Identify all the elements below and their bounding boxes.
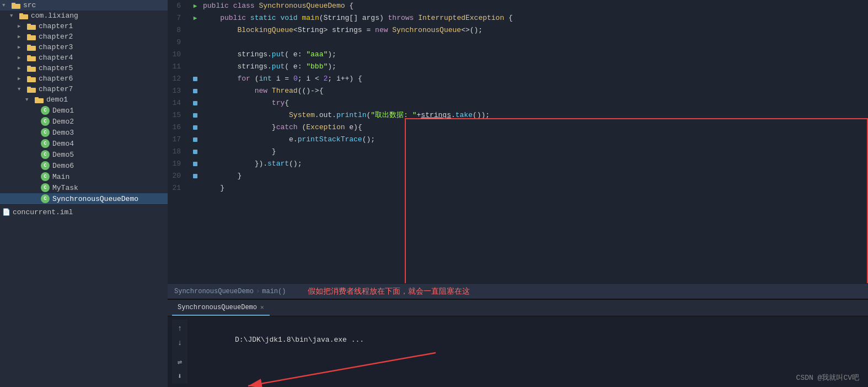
code-line-18[interactable]: } xyxy=(203,146,868,158)
sidebar-item-chapter2[interactable]: ▶chapter2 xyxy=(0,31,168,42)
gutter-10 xyxy=(190,49,201,61)
line-num-13: 13 xyxy=(168,85,185,97)
svg-rect-5 xyxy=(27,24,31,26)
code-line-9[interactable] xyxy=(203,36,868,49)
editor-area: 6789101112131415161718192021 ▶▶ public c… xyxy=(168,0,868,283)
sidebar-item-Demo5[interactable]: CDemo5 xyxy=(0,149,168,160)
folder-arrow-chapter6: ▶ xyxy=(18,76,25,82)
folder-arrow-chapter3: ▶ xyxy=(18,44,25,50)
code-line-7[interactable]: public static void main(String[] args) t… xyxy=(203,12,868,24)
svg-rect-19 xyxy=(35,97,39,99)
sidebar-label-chapter6: chapter6 xyxy=(39,75,73,83)
terminal-tab-close[interactable]: ✕ xyxy=(260,304,264,311)
line-num-20: 20 xyxy=(168,170,185,182)
folder-arrow-chapter5: ▶ xyxy=(18,65,25,71)
gutter-12 xyxy=(190,73,201,85)
code-line-17[interactable]: e.printStackTrace(); xyxy=(203,134,868,146)
sidebar-item-chapter5[interactable]: ▶chapter5 xyxy=(0,63,168,73)
sidebar-item-chapter7[interactable]: ▼chapter7 xyxy=(0,84,168,94)
terminal-scroll-btn[interactable]: ⇌ xyxy=(174,356,185,367)
gutter-20 xyxy=(190,170,201,182)
bookmark-20 xyxy=(193,174,197,178)
terminal-content: ↑ ↓ ⇌ ⬇ D:\JDK\jdk1.8\bin\java.exe ... xyxy=(168,316,868,387)
code-content[interactable]: public class SynchronousQueueDemo { publ… xyxy=(201,0,868,283)
sidebar: ▼src▼com.lixiang▶chapter1▶chapter2▶chapt… xyxy=(0,0,168,387)
line-num-6: 6 xyxy=(168,0,185,12)
folder-svg-chapter2 xyxy=(27,33,36,40)
sidebar-label-Demo6: Demo6 xyxy=(52,162,74,170)
code-line-16[interactable]: }catch (Exception e){ xyxy=(203,121,868,134)
bookmark-17 xyxy=(193,137,197,142)
gutter-21 xyxy=(190,182,201,194)
code-line-15[interactable]: System.out.println("取出数据: "+strings.take… xyxy=(203,109,868,121)
terminal-up-btn[interactable]: ↑ xyxy=(174,323,185,334)
sidebar-item-chapter6[interactable]: ▶chapter6 xyxy=(0,73,168,84)
code-line-12[interactable]: for (int i = 0; i < 2; i++) { xyxy=(203,73,868,85)
code-line-6[interactable]: public class SynchronousQueueDemo { xyxy=(203,0,868,12)
terminal-side-controls: ↑ ↓ ⇌ ⬇ xyxy=(172,320,187,384)
terminal-down-btn[interactable]: ↓ xyxy=(174,337,185,348)
folder-arrow-chapter7: ▼ xyxy=(18,87,25,92)
terminal-tabs: SynchronousQueueDemo ✕ xyxy=(168,300,868,316)
line-numbers: 6789101112131415161718192021 xyxy=(168,0,190,283)
sidebar-label-chapter5: chapter5 xyxy=(39,64,73,72)
sidebar-iml[interactable]: 📄 concurrent.iml xyxy=(0,207,168,218)
code-line-13[interactable]: new Thread(()->{ xyxy=(203,85,868,97)
sidebar-item-chapter4[interactable]: ▶chapter4 xyxy=(0,52,168,63)
gutter-9 xyxy=(190,36,201,49)
sidebar-item-Demo6[interactable]: CDemo6 xyxy=(0,160,168,171)
sidebar-item-chapter3[interactable]: ▶chapter3 xyxy=(0,42,168,52)
terminal-tab-run[interactable]: SynchronousQueueDemo ✕ xyxy=(172,300,270,316)
sidebar-item-Demo2[interactable]: CDemo2 xyxy=(0,116,168,127)
bookmark-16 xyxy=(193,125,197,130)
bookmark-14 xyxy=(193,101,197,105)
breadcrumb-sep1: › xyxy=(256,288,260,295)
sidebar-item-demo1[interactable]: ▼demo1 xyxy=(0,94,168,105)
sidebar-label-src: src xyxy=(23,1,36,9)
folder-svg-chapter5 xyxy=(27,65,36,72)
code-line-21[interactable]: } xyxy=(203,182,868,194)
code-line-8[interactable]: BlockingQueue<String> strings = new Sync… xyxy=(203,24,868,36)
sidebar-label-Demo2: Demo2 xyxy=(52,118,74,126)
sidebar-item-Main[interactable]: CMain xyxy=(0,171,168,182)
sidebar-item-Demo4[interactable]: CDemo4 xyxy=(0,138,168,149)
breadcrumb-method: main() xyxy=(262,288,286,295)
bookmark-15 xyxy=(193,113,197,118)
folder-arrow-demo1: ▼ xyxy=(25,97,33,103)
sidebar-item-Demo1[interactable]: CDemo1 xyxy=(0,105,168,116)
terminal-command: D:\JDK\jdk1.8\bin\java.exe ... xyxy=(235,336,364,344)
gutter-13 xyxy=(190,85,201,97)
java-icon-Demo3: C xyxy=(41,128,50,137)
sidebar-item-chapter1[interactable]: ▶chapter1 xyxy=(0,21,168,31)
line-num-12: 12 xyxy=(168,73,185,85)
sidebar-item-Demo3[interactable]: CDemo3 xyxy=(0,127,168,138)
sidebar-item-com.lixiang[interactable]: ▼com.lixiang xyxy=(0,10,168,21)
gutter-17 xyxy=(190,134,201,146)
run-arrow-6: ▶ xyxy=(194,0,197,12)
folder-svg-chapter3 xyxy=(27,44,36,51)
sidebar-item-src[interactable]: ▼src xyxy=(0,0,168,10)
terminal-area: SynchronousQueueDemo ✕ ↑ ↓ ⇌ ⬇ D:\JDK\jd… xyxy=(168,299,868,387)
sidebar-item-SynchronousQueueDemo[interactable]: CSynchronousQueueDemo xyxy=(0,193,168,204)
code-line-11[interactable]: strings.put( e: "bbb"); xyxy=(203,61,868,73)
code-line-20[interactable]: } xyxy=(203,170,868,182)
svg-rect-9 xyxy=(27,45,31,47)
java-icon-Demo4: C xyxy=(41,139,50,148)
iml-icon: 📄 xyxy=(2,208,10,216)
breadcrumb-file: SynchronousQueueDemo xyxy=(174,288,254,295)
code-line-14[interactable]: try{ xyxy=(203,97,868,109)
terminal-download-btn[interactable]: ⬇ xyxy=(174,370,185,381)
bookmark-18 xyxy=(193,150,197,154)
gutter-11 xyxy=(190,61,201,73)
folder-arrow-chapter1: ▶ xyxy=(18,23,25,29)
code-line-19[interactable]: }).start(); xyxy=(203,158,868,170)
folder-svg-chapter6 xyxy=(27,75,36,82)
code-line-10[interactable]: strings.put( e: "aaa"); xyxy=(203,49,868,61)
sidebar-item-MyTask[interactable]: CMyTask xyxy=(0,182,168,193)
java-icon-MyTask: C xyxy=(41,183,50,192)
sidebar-label-chapter2: chapter2 xyxy=(39,33,73,41)
terminal-output: D:\JDK\jdk1.8\bin\java.exe ... xyxy=(187,320,864,384)
line-num-14: 14 xyxy=(168,97,185,109)
folder-svg-chapter4 xyxy=(27,54,36,61)
bookmark-13 xyxy=(193,89,197,93)
